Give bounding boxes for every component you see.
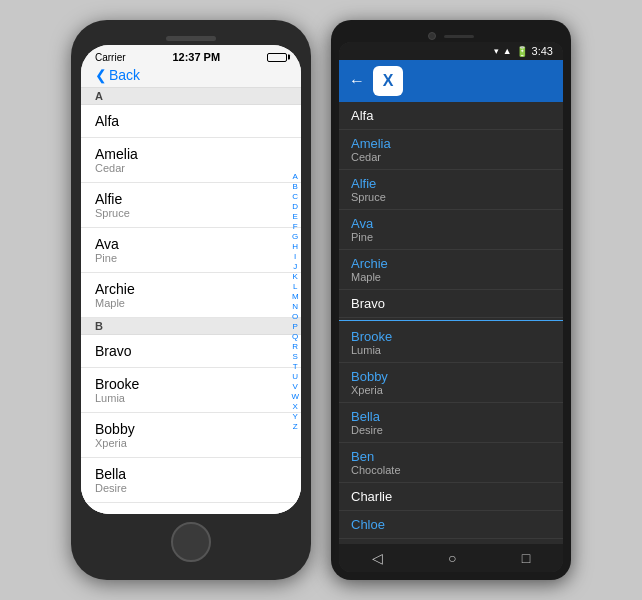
item-subtitle: Pine xyxy=(351,231,551,243)
item-name: Archie xyxy=(351,256,551,271)
item-name: Alfa xyxy=(351,108,551,123)
item-subtitle: Xperia xyxy=(351,384,551,396)
item-subtitle: Xperia xyxy=(95,437,287,449)
back-button[interactable]: ❮ Back xyxy=(95,67,287,83)
list-item[interactable]: BenChocolate xyxy=(339,443,563,483)
list-item[interactable]: AmeliaCedar xyxy=(339,130,563,170)
android-device: ▾ ▲ 🔋 3:43 ← X AlfaAmeliaCedarAlfieSpruc… xyxy=(331,20,571,580)
list-item[interactable]: Alfa xyxy=(339,102,563,130)
alpha-index-letter[interactable]: X xyxy=(293,402,298,411)
alpha-index-letter[interactable]: J xyxy=(293,262,297,271)
item-name: Bobby xyxy=(95,421,287,437)
android-status-bar: ▾ ▲ 🔋 3:43 xyxy=(339,42,563,60)
alpha-index-letter[interactable]: Q xyxy=(292,332,298,341)
alpha-index-letter[interactable]: D xyxy=(292,202,298,211)
item-name: Ava xyxy=(95,236,287,252)
list-item[interactable]: ArchieMaple xyxy=(339,250,563,290)
list-item[interactable]: BellaDesire xyxy=(81,458,301,503)
item-name: Bravo xyxy=(351,296,551,311)
alpha-index-letter[interactable]: Y xyxy=(293,412,298,421)
alpha-index-letter[interactable]: I xyxy=(294,252,296,261)
item-name: Ben xyxy=(351,449,551,464)
list-item[interactable]: Charlie xyxy=(339,483,563,511)
item-name: Alfie xyxy=(95,191,287,207)
list-item[interactable]: AlfieSpruce xyxy=(81,183,301,228)
ios-list[interactable]: AAlfaAmeliaCedarAlfieSpruceAvaPineArchie… xyxy=(81,88,301,514)
section-divider xyxy=(339,320,563,321)
android-back-arrow-icon[interactable]: ← xyxy=(349,72,365,90)
item-name: Amelia xyxy=(351,136,551,151)
alpha-index-letter[interactable]: L xyxy=(293,282,297,291)
list-item[interactable]: BrookeLumia xyxy=(339,323,563,363)
alpha-index-letter[interactable]: B xyxy=(293,182,298,191)
list-item[interactable]: AvaPine xyxy=(81,228,301,273)
alpha-index-letter[interactable]: U xyxy=(292,372,298,381)
android-nav-bar: ◁ ○ □ xyxy=(339,544,563,572)
iphone-home-button[interactable] xyxy=(171,522,211,562)
ios-alpha-index[interactable]: ABCDEFGHIJKLMNOPQRSTUVWXYZ xyxy=(291,172,299,431)
item-name: Bravo xyxy=(95,343,287,359)
ios-status-bar: Carrier 12:37 PM xyxy=(81,45,301,63)
item-name: Brooke xyxy=(351,329,551,344)
ios-time: 12:37 PM xyxy=(172,51,220,63)
item-subtitle: Cedar xyxy=(95,162,287,174)
android-back-nav-button[interactable]: ◁ xyxy=(372,550,383,566)
android-recent-nav-button[interactable]: □ xyxy=(522,550,530,566)
battery-icon xyxy=(267,53,287,62)
android-list[interactable]: AlfaAmeliaCedarAlfieSpruceAvaPineArchieM… xyxy=(339,102,563,544)
list-item[interactable]: BobbyXperia xyxy=(339,363,563,403)
alpha-index-letter[interactable]: W xyxy=(291,392,299,401)
item-name: Brooke xyxy=(95,376,287,392)
list-item[interactable]: Bravo xyxy=(81,335,301,368)
list-item[interactable]: BellaDesire xyxy=(339,403,563,443)
android-camera-area xyxy=(339,28,563,42)
item-name: Bella xyxy=(95,466,287,482)
ios-list-area: AAlfaAmeliaCedarAlfieSpruceAvaPineArchie… xyxy=(81,88,301,514)
signal-icon: ▲ xyxy=(503,46,512,56)
iphone-speaker xyxy=(166,36,216,41)
battery-a-icon: 🔋 xyxy=(516,46,528,57)
list-item[interactable]: Alfa xyxy=(81,105,301,138)
item-subtitle: Maple xyxy=(95,297,287,309)
alpha-index-letter[interactable]: V xyxy=(293,382,298,391)
app-icon-text: X xyxy=(383,72,394,90)
alpha-index-letter[interactable]: T xyxy=(293,362,298,371)
item-name: Alfa xyxy=(95,113,287,129)
ios-section-header: B xyxy=(81,318,301,335)
alpha-index-letter[interactable]: O xyxy=(292,312,298,321)
alpha-index-letter[interactable]: E xyxy=(293,212,298,221)
list-item[interactable]: BrookeLumia xyxy=(81,368,301,413)
list-item[interactable]: AlfieSpruce xyxy=(339,170,563,210)
alpha-index-letter[interactable]: C xyxy=(292,192,298,201)
alpha-index-letter[interactable]: H xyxy=(292,242,298,251)
item-subtitle: Chocolate xyxy=(351,464,551,476)
alpha-index-letter[interactable]: K xyxy=(293,272,298,281)
item-name: Bella xyxy=(351,409,551,424)
list-item[interactable]: Bravo xyxy=(339,290,563,318)
alpha-index-letter[interactable]: R xyxy=(292,342,298,351)
alpha-index-letter[interactable]: A xyxy=(293,172,298,181)
alpha-index-letter[interactable]: N xyxy=(292,302,298,311)
android-app-icon: X xyxy=(373,66,403,96)
alpha-index-letter[interactable]: S xyxy=(293,352,298,361)
android-screen: ▾ ▲ 🔋 3:43 ← X AlfaAmeliaCedarAlfieSpruc… xyxy=(339,42,563,572)
list-item[interactable]: BobbyXperia xyxy=(81,413,301,458)
list-item[interactable]: ArchieMaple xyxy=(81,273,301,318)
list-item[interactable]: AvaPine xyxy=(339,210,563,250)
list-item[interactable]: AmeliaCedar xyxy=(81,138,301,183)
alpha-index-letter[interactable]: G xyxy=(292,232,298,241)
alpha-index-letter[interactable]: M xyxy=(292,292,299,301)
alpha-index-letter[interactable]: P xyxy=(293,322,298,331)
list-item[interactable]: Chloe xyxy=(339,511,563,539)
item-name: Ava xyxy=(351,216,551,231)
item-subtitle: Spruce xyxy=(351,191,551,203)
item-subtitle: Desire xyxy=(351,424,551,436)
android-home-nav-button[interactable]: ○ xyxy=(448,550,456,566)
iphone-device: Carrier 12:37 PM ❮ Back AAlfaAmeliaCedar… xyxy=(71,20,311,580)
alpha-index-letter[interactable]: F xyxy=(293,222,298,231)
alpha-index-letter[interactable]: Z xyxy=(293,422,298,431)
item-subtitle: Cedar xyxy=(351,151,551,163)
list-item[interactable]: BenChocolate xyxy=(81,503,301,514)
back-label: Back xyxy=(109,67,140,83)
item-name: Charlie xyxy=(351,489,551,504)
